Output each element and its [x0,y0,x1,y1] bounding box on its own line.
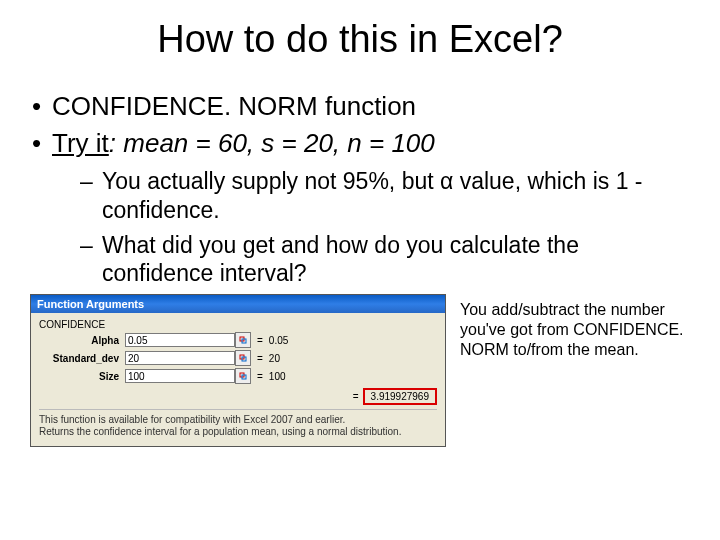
sub-2: What did you get and how do you calculat… [80,231,690,289]
dialog-description: This function is available for compatibi… [39,409,437,438]
field-row-stddev: Standard_dev = 20 [39,350,437,366]
field-row-size: Size = 100 [39,368,437,384]
equals-sign: = [353,391,359,402]
dialog-group-label: CONFIDENCE [39,319,437,330]
stddev-label: Standard_dev [39,353,125,364]
range-selector-icon[interactable] [235,332,251,348]
equals-sign: = [257,353,263,364]
equals-sign: = [257,371,263,382]
function-arguments-dialog: Function Arguments CONFIDENCE Alpha = 0.… [30,294,446,447]
equals-sign: = [257,335,263,346]
size-result: 100 [269,371,286,382]
side-note: You add/subtract the number you've got f… [460,294,690,360]
bullet-list: CONFIDENCE. NORM function Try it: mean =… [30,91,690,288]
final-result: 3.919927969 [363,388,437,405]
slide-title: How to do this in Excel? [30,18,690,61]
range-selector-icon[interactable] [235,350,251,366]
size-input[interactable] [125,369,235,383]
stddev-result: 20 [269,353,280,364]
range-selector-icon[interactable] [235,368,251,384]
alpha-result: 0.05 [269,335,288,346]
stddev-input[interactable] [125,351,235,365]
bullet-2: Try it: mean = 60, s = 20, n = 100 You a… [30,128,690,288]
size-label: Size [39,371,125,382]
alpha-label: Alpha [39,335,125,346]
dialog-description-2: Returns the confidence interval for a po… [39,426,437,438]
bullet-2-params: : mean = 60, s = 20, n = 100 [109,128,435,158]
result-row: = 3.919927969 [39,388,437,405]
bullet-1: CONFIDENCE. NORM function [30,91,690,122]
alpha-input[interactable] [125,333,235,347]
sub-list: You actually supply not 95%, but α value… [80,167,690,288]
sub-1: You actually supply not 95%, but α value… [80,167,690,225]
dialog-description-1: This function is available for compatibi… [39,414,437,426]
field-row-alpha: Alpha = 0.05 [39,332,437,348]
dialog-titlebar: Function Arguments [31,295,445,313]
bullet-2-tryit: Try it [52,128,109,158]
